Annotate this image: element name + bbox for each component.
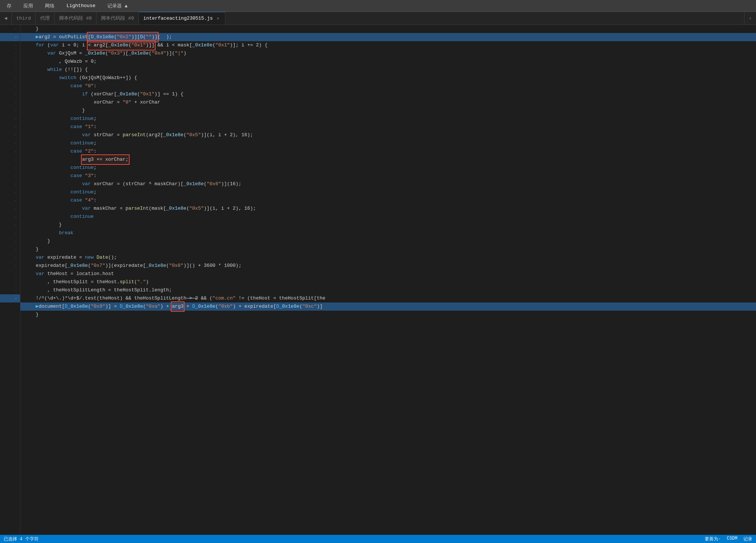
tab-label-third: third: [16, 16, 31, 21]
code-line: while (!![]) {: [20, 66, 756, 74]
tab-third[interactable]: third: [12, 12, 36, 24]
code-line: continue;: [20, 188, 756, 196]
menu-bar: 存 应用 网络 Lighthouse 记录器 ▲: [0, 0, 756, 12]
gutter-line: -: [0, 229, 20, 237]
status-bar: 已选择 4 个字符 要善为· CSDM 记录: [0, 535, 756, 543]
status-extra2: 记录: [743, 536, 752, 542]
line-gutter: - - - - - - - - - - - - - - - - - - - - …: [0, 25, 20, 535]
gutter-line: -: [0, 123, 20, 131]
code-line-highlighted2: ▶document[D_0x1e8e("0x9")] = D_0x1e8e("0…: [20, 302, 756, 311]
status-right: 要善为· CSDM 记录: [705, 536, 752, 542]
tab-bar: ◀ third 代理 脚本代码段 #8 脚本代码段 #9 interfaceac…: [0, 12, 756, 25]
gutter-line: -: [0, 147, 20, 156]
code-line: }: [20, 245, 756, 253]
code-line: var GxjQsM = _0x1e8e("0x3")[_0x1e8e("0x4…: [20, 49, 756, 58]
gutter-line: -: [0, 131, 20, 139]
gutter-line: -: [0, 107, 20, 115]
gutter-line: -: [0, 82, 20, 90]
code-line: }: [20, 311, 756, 319]
code-line: }: [20, 107, 756, 115]
tab-proxy[interactable]: 代理: [36, 12, 55, 24]
editor-container: - - - - - - - - - - - - - - - - - - - - …: [0, 25, 756, 535]
code-line: expiredate[_0x1e8e("0x7")](expiredate[_0…: [20, 262, 756, 270]
gutter-line: -: [0, 245, 20, 253]
gutter-line: -: [0, 156, 20, 164]
gutter-line: -: [0, 90, 20, 98]
gutter-line: -: [0, 74, 20, 82]
code-line: switch (GxjQsM[QoWazb++]) {: [20, 74, 756, 82]
gutter-line: -: [0, 115, 20, 123]
gutter-line: -: [0, 270, 20, 278]
tab-close-interfaceacting[interactable]: ✕: [216, 16, 221, 21]
code-line: for (var i = 0; i < arg2[_0x1e8e("0x1")]…: [20, 41, 756, 49]
tab-label-interfaceacting: interfaceacting230515.js: [143, 16, 213, 21]
code-line: }: [20, 25, 756, 33]
code-line: if (xorChar[_0x1e8e("0x1")] == 1) {: [20, 90, 756, 98]
code-line: continue;: [20, 115, 756, 123]
code-line: , QoWazb = 0;: [20, 58, 756, 66]
menu-item-lighthouse[interactable]: Lighthouse: [64, 2, 98, 9]
code-line-arg3: arg3 += xorChar;: [20, 156, 756, 164]
gutter-line: -: [0, 139, 20, 147]
code-line: continue;: [20, 164, 756, 172]
menu-item-save[interactable]: 存: [4, 2, 14, 10]
gutter-line: -: [0, 237, 20, 245]
code-line: var theHost = location.host: [20, 270, 756, 278]
gutter-line: -: [0, 58, 20, 66]
gutter-line: -: [0, 164, 20, 172]
gutter-line: -: [0, 66, 20, 74]
status-extra1: CSDM: [727, 536, 737, 542]
gutter-line: -: [0, 180, 20, 188]
gutter-line: -: [0, 278, 20, 286]
code-line-highlighted1: ▶arg2 = outPutList[D_0x1e8e("0x2")][D(""…: [20, 33, 756, 41]
gutter-line: -: [0, 25, 20, 33]
status-brand: 要善为·: [705, 536, 721, 542]
gutter-line: -: [0, 188, 20, 196]
tab-label-snippet9: 脚本代码段 #9: [101, 15, 134, 22]
code-line: case "2":: [20, 147, 756, 156]
code-line: }: [20, 237, 756, 245]
menu-item-network[interactable]: 网络: [43, 2, 57, 10]
code-line: var xorChar = (strChar ^ maskChar)[_0x1e…: [20, 180, 756, 188]
code-line: break: [20, 229, 756, 237]
gutter-line-highlighted2: -: [0, 294, 20, 302]
code-editor[interactable]: } ▶arg2 = outPutList[D_0x1e8e("0x2")][D(…: [20, 25, 756, 535]
tab-label-proxy: 代理: [40, 15, 50, 22]
gutter-line: -: [0, 49, 20, 58]
code-line: }: [20, 221, 756, 229]
gutter-line: -: [0, 221, 20, 229]
code-line: !/^(\d+\.)*\d+$/.test(theHost) && theHos…: [20, 294, 756, 302]
code-line: xorChar = "0" + xorChar: [20, 98, 756, 107]
code-line: , theHostSplit = theHost.split("."): [20, 278, 756, 286]
gutter-line: -: [0, 205, 20, 213]
status-left: 已选择 4 个字符: [4, 536, 697, 542]
code-line: case "1":: [20, 123, 756, 131]
gutter-line: -: [0, 41, 20, 49]
gutter-line: -: [0, 98, 20, 107]
code-line: var strChar = parseInt(arg2[_0x1e8e("0x5…: [20, 131, 756, 139]
code-line: continue;: [20, 139, 756, 147]
tab-interfaceacting[interactable]: interfaceacting230515.js ✕: [139, 12, 225, 24]
menu-item-recorder[interactable]: 记录器 ▲: [105, 2, 130, 10]
code-line: case "3":: [20, 172, 756, 180]
code-line: case "0":: [20, 82, 756, 90]
gutter-line: -: [0, 262, 20, 270]
gutter-line: -: [0, 172, 20, 180]
gutter-line: -: [0, 213, 20, 221]
menu-item-apps[interactable]: 应用: [21, 2, 35, 10]
code-line: case "4":: [20, 196, 756, 205]
code-line: continue: [20, 213, 756, 221]
gutter-line-highlighted1: -: [0, 33, 20, 41]
gutter-line: -: [0, 253, 20, 262]
code-line: var maskChar = parseInt(mask[_0x1e8e("0x…: [20, 205, 756, 213]
gutter-line: -: [0, 196, 20, 205]
tab-nav-prev[interactable]: ◀: [0, 12, 12, 24]
code-line: , theHostSplitLength = theHostSplit.leng…: [20, 286, 756, 294]
tab-snippet9[interactable]: 脚本代码段 #9: [97, 12, 139, 24]
gutter-line: -: [0, 286, 20, 294]
code-line: var expiredate = new Date();: [20, 253, 756, 262]
status-selection: 已选择 4 个字符: [4, 536, 39, 542]
tab-overflow-btn[interactable]: ›: [744, 12, 756, 24]
tab-label-snippet8: 脚本代码段 #8: [59, 15, 92, 22]
tab-snippet8[interactable]: 脚本代码段 #8: [55, 12, 97, 24]
